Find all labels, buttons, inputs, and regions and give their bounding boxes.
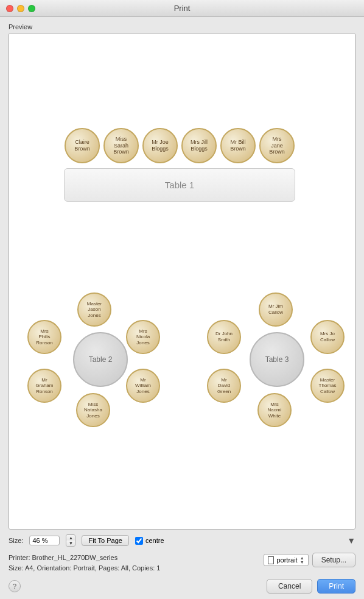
dialog-body: Preview ClaireBrown MissSarahBrown Mr Jo… xyxy=(0,17,364,530)
dropdown-arrow-icon: ▼ xyxy=(347,536,355,545)
seat-master-jason-jones: MasterJasonJones xyxy=(77,292,111,327)
table1-area: ClaireBrown MissSarahBrown Mr JoeBloggs … xyxy=(43,128,317,202)
orientation-arrows[interactable]: ▲ ▼ xyxy=(300,556,304,564)
bottom-buttons: ? Cancel Print xyxy=(0,575,364,599)
centre-label: centre xyxy=(145,537,164,544)
preview-label: Preview xyxy=(9,23,355,30)
seat-mr-graham-ronson: MrGrahamRonson xyxy=(27,369,61,403)
page-content: ClaireBrown MissSarahBrown Mr JoeBloggs … xyxy=(9,34,355,529)
seat-mr-joe-bloggs: Mr JoeBloggs xyxy=(142,128,178,163)
printer-orient-row: Printer: Brother_HL_2270DW_series Size: … xyxy=(0,551,364,575)
seat-mr-david-green: MrDavidGreen xyxy=(207,369,241,403)
cancel-button[interactable]: Cancel xyxy=(267,579,312,594)
centre-checkbox[interactable] xyxy=(135,537,143,545)
seat-mr-bill-brown: Mr BillBrown xyxy=(220,128,256,163)
preview-area: ClaireBrown MissSarahBrown Mr JoeBloggs … xyxy=(9,33,355,530)
size-controls: Size: ▲ ▼ Fit To Page centre ▼ xyxy=(0,530,364,551)
centre-checkbox-group: centre xyxy=(135,537,164,545)
maximize-button[interactable] xyxy=(28,5,35,12)
portrait-icon xyxy=(268,556,274,564)
seat-claire-brown: ClaireBrown xyxy=(65,128,100,163)
orientation-row: portrait ▲ ▼ Setup... xyxy=(264,553,355,567)
print-button[interactable]: Print xyxy=(317,579,355,594)
seat-mrs-jo-callow: Mrs JoCallow xyxy=(310,320,345,354)
size-stepper[interactable]: ▲ ▼ xyxy=(66,534,75,547)
table2-container: Table 2 MasterJasonJones MrsNicolaJones … xyxy=(27,286,173,433)
table1-label: Table 1 xyxy=(64,168,295,202)
seat-mr-william-jones: MrWilliamJones xyxy=(126,369,160,403)
table2-label: Table 2 xyxy=(73,332,128,387)
fit-to-page-button[interactable]: Fit To Page xyxy=(82,535,128,546)
printer-line1: Printer: Brother_HL_2270DW_series xyxy=(9,553,264,563)
stepper-up[interactable]: ▲ xyxy=(66,535,75,541)
seat-mr-jim-callow: Mr JimCallow xyxy=(259,292,293,327)
seat-mrs-naomi-white: MrsNaomiWhite xyxy=(257,393,292,427)
printer-info: Printer: Brother_HL_2270DW_series Size: … xyxy=(9,553,264,573)
size-input[interactable] xyxy=(29,536,60,545)
window-controls[interactable] xyxy=(6,5,35,12)
seat-miss-natasha-jones: MissNatashaJones xyxy=(76,393,110,427)
seat-mrs-nicola-jones: MrsNicolaJones xyxy=(126,320,160,354)
seat-mrs-jill-bloggs: Mrs JillBloggs xyxy=(181,128,217,163)
orientation-select[interactable]: portrait ▲ ▼ xyxy=(264,554,308,566)
table3-container: Table 3 Mr JimCallow Mrs JoCallow Master… xyxy=(204,286,350,433)
table3-label: Table 3 xyxy=(250,332,304,387)
minimize-button[interactable] xyxy=(17,5,24,12)
setup-button[interactable]: Setup... xyxy=(312,553,355,567)
seat-mrs-jane-brown: MrsJaneBrown xyxy=(259,128,295,163)
orientation-label: portrait xyxy=(276,556,297,564)
close-button[interactable] xyxy=(6,5,13,12)
seat-dr-john-smith: Dr JohnSmith xyxy=(207,320,241,354)
help-button[interactable]: ? xyxy=(9,580,21,592)
title-bar: Print xyxy=(0,0,364,17)
table1-seats-row: ClaireBrown MissSarahBrown Mr JoeBloggs … xyxy=(43,128,317,163)
window-title: Print xyxy=(174,4,191,13)
size-label: Size: xyxy=(9,537,23,544)
printer-line2: Size: A4, Orientation: Portrait, Pages: … xyxy=(9,563,264,573)
stepper-down[interactable]: ▼ xyxy=(66,541,75,546)
seat-miss-sarah-brown: MissSarahBrown xyxy=(103,128,139,163)
seat-master-thomas-callow: MasterThomasCallow xyxy=(310,369,345,403)
seat-mrs-philis-ronson: MrsPhilisRonson xyxy=(27,320,61,354)
